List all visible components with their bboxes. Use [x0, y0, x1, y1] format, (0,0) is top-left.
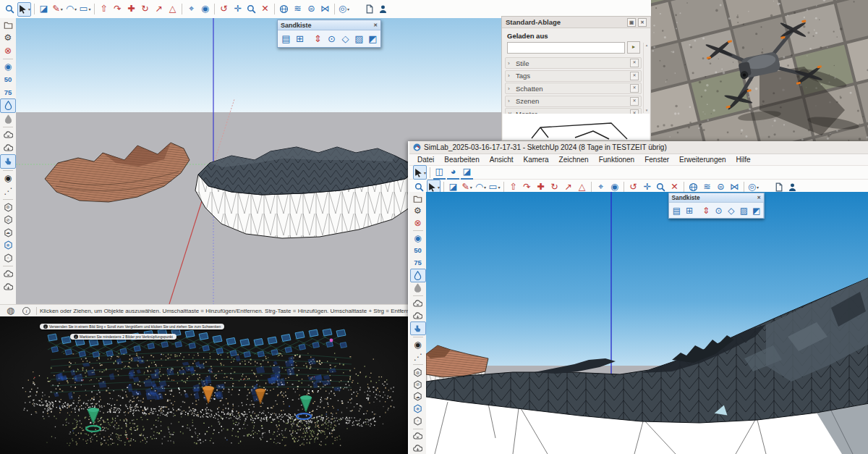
hex-box-icon[interactable]: ▫ — [411, 415, 425, 427]
hex-gear-icon[interactable]: ⚙ — [411, 366, 425, 379]
layers-eye-icon[interactable]: ◉ — [1, 61, 15, 74]
tray-section-stile[interactable]: ›Stile✕ — [505, 57, 642, 69]
select-tool-icon[interactable]: ▾ — [413, 165, 427, 180]
account-icon[interactable] — [377, 3, 389, 16]
tray-pin-button[interactable]: ▣ — [627, 18, 636, 27]
tray-section-tags[interactable]: ›Tags✕ — [505, 70, 642, 82]
density-75-icon[interactable]: 75 — [411, 256, 425, 269]
position-camera-icon[interactable]: ⌖ — [185, 3, 197, 16]
close-icon[interactable]: ✕ — [757, 195, 760, 200]
cloud-download-icon[interactable] — [1, 142, 15, 155]
hex-snow-icon[interactable]: ❄ — [411, 403, 425, 415]
scroll-up-icon[interactable]: ▴ — [644, 43, 650, 48]
search-icon[interactable] — [4, 3, 16, 16]
offset-tool-icon[interactable]: △ — [166, 3, 179, 16]
sandbox-toolbar-title[interactable]: Sandkiste ✕ — [669, 193, 764, 203]
title-bar[interactable]: SimLab_2025-03-16-17-17-31 - SketchUp 20… — [409, 141, 868, 154]
hex-cloud-icon[interactable]: ☁ — [411, 391, 425, 403]
menu-funktionen[interactable]: Funktionen — [594, 156, 639, 164]
followme-tool-icon[interactable]: ↷ — [111, 3, 124, 16]
eraser-icon[interactable]: ◪ — [461, 165, 473, 180]
new-document-icon[interactable] — [363, 3, 375, 16]
gear-icon[interactable]: ⚙ — [411, 205, 425, 217]
rectangle-tool-icon[interactable]: ▭▾ — [79, 3, 91, 16]
line-tool-icon[interactable]: ✎▾ — [51, 3, 64, 16]
tray-close-button[interactable]: ✕ — [638, 18, 647, 27]
close-icon[interactable]: ✕ — [630, 72, 639, 80]
hex-slash-icon[interactable]: ⊘ — [1, 214, 15, 227]
tray-section-schatten[interactable]: ›Schatten✕ — [505, 83, 642, 94]
geolocation-icon[interactable]: ◍ — [4, 305, 17, 318]
tray-title-bar[interactable]: Standard-Ablage ▣ ✕ — [502, 17, 650, 28]
zoom-tool-icon[interactable] — [245, 3, 258, 16]
hex-slash-icon[interactable]: ⊘ — [411, 379, 425, 391]
menu-bearbeiten[interactable]: Bearbeiten — [439, 156, 484, 164]
record-icon[interactable]: ◉ — [1, 172, 15, 185]
drape-icon[interactable]: ◇ — [726, 204, 737, 217]
spheres-extension-icon[interactable]: ⊜ — [305, 3, 318, 16]
close-icon[interactable]: ✕ — [630, 59, 639, 67]
drop-tool-icon[interactable] — [0, 98, 16, 113]
cloud-rain-icon[interactable] — [411, 431, 425, 443]
close-icon[interactable]: ✕ — [373, 22, 378, 28]
gear-icon[interactable]: ⚙ — [1, 32, 15, 45]
layers-eye-icon[interactable]: ◉ — [411, 232, 425, 245]
pick-point-icon[interactable] — [410, 321, 426, 335]
cloud-sync-icon[interactable] — [1, 281, 15, 294]
folder-icon[interactable] — [1, 19, 15, 32]
cloud-download-icon[interactable] — [411, 310, 425, 322]
scroll-down-icon[interactable]: ▾ — [644, 108, 650, 113]
density-50-icon[interactable]: 50 — [1, 73, 15, 86]
flip-edge-icon[interactable]: ◩ — [367, 33, 379, 46]
pointcloud-panel[interactable]: iVerwenden Sie in einem Bild Strg + Scro… — [0, 316, 408, 454]
polyline-icon[interactable]: ⋰ — [411, 351, 425, 363]
cloud-rain-icon[interactable] — [1, 268, 15, 281]
density-50-icon[interactable]: 50 — [411, 245, 425, 257]
smoove-icon[interactable]: ⇕ — [312, 33, 324, 46]
pushpull-tool-icon[interactable]: ⇧ — [98, 3, 110, 16]
smoove-icon[interactable]: ⇕ — [700, 204, 712, 217]
info-icon[interactable]: i — [20, 305, 33, 318]
drop-striped-icon[interactable] — [1, 113, 15, 126]
close-icon[interactable]: ✕ — [630, 84, 639, 93]
menu-ansicht[interactable]: Ansicht — [485, 156, 519, 164]
flip-edge-icon[interactable]: ◩ — [751, 204, 762, 217]
from-scratch-icon[interactable]: ⊞ — [294, 33, 306, 46]
menu-kamera[interactable]: Kamera — [519, 156, 554, 164]
component-icon[interactable]: ◫ — [433, 165, 446, 180]
drop-tool-icon[interactable] — [410, 269, 426, 282]
drop-striped-icon[interactable] — [411, 282, 425, 295]
tray-scrollbar[interactable]: ▴ ▾ — [643, 43, 650, 113]
from-contours-icon[interactable]: ▤ — [671, 204, 683, 217]
add-detail-icon[interactable]: ▨ — [353, 33, 365, 46]
look-around-icon[interactable]: ◉ — [199, 3, 211, 16]
viewport-2[interactable]: Sandkiste ✕ ▤⊞⇕⊙◇▨◩ — [426, 192, 868, 454]
pan-tool-icon[interactable]: ✛ — [231, 3, 244, 16]
cloud-delete-icon[interactable] — [1, 129, 15, 142]
browse-button[interactable]: ▸ — [627, 41, 640, 54]
menu-datei[interactable]: Datei — [412, 156, 439, 164]
orbit-tool-icon[interactable]: ↺ — [218, 3, 230, 16]
menu-erweiterungen[interactable]: Erweiterungen — [674, 156, 731, 164]
cancel-icon[interactable]: ⊗ — [411, 217, 425, 229]
paint-icon[interactable]: ◕ — [447, 165, 459, 180]
cleanup-extension-icon[interactable]: ⋈ — [319, 3, 331, 16]
rotate-tool-icon[interactable]: ↻ — [139, 3, 151, 16]
drape-icon[interactable]: ◇ — [339, 33, 352, 46]
add-detail-icon[interactable]: ▨ — [739, 204, 750, 217]
polyline-icon[interactable]: ⋰ — [1, 185, 15, 198]
hex-gear-icon[interactable]: ⚙ — [1, 201, 15, 214]
eraser-icon[interactable]: ◪ — [38, 3, 50, 16]
scale-tool-icon[interactable]: ↗ — [153, 3, 165, 16]
hex-snow-icon[interactable]: ❄ — [1, 239, 15, 252]
zoom-extents-icon[interactable]: ✕ — [259, 3, 271, 16]
menu-hilfe[interactable]: Hilfe — [731, 156, 756, 164]
cloud-delete-icon[interactable] — [411, 298, 425, 310]
close-icon[interactable]: ✕ — [630, 97, 639, 106]
sandbox-toolbar-title[interactable]: Sandkiste ✕ — [278, 20, 380, 30]
stamp-icon[interactable]: ⊙ — [326, 33, 338, 46]
cancel-icon[interactable]: ⊗ — [1, 44, 15, 57]
loaded-from-input[interactable] — [507, 42, 625, 54]
from-scratch-icon[interactable]: ⊞ — [684, 204, 695, 217]
hex-cloud-icon[interactable]: ☁ — [1, 227, 15, 240]
